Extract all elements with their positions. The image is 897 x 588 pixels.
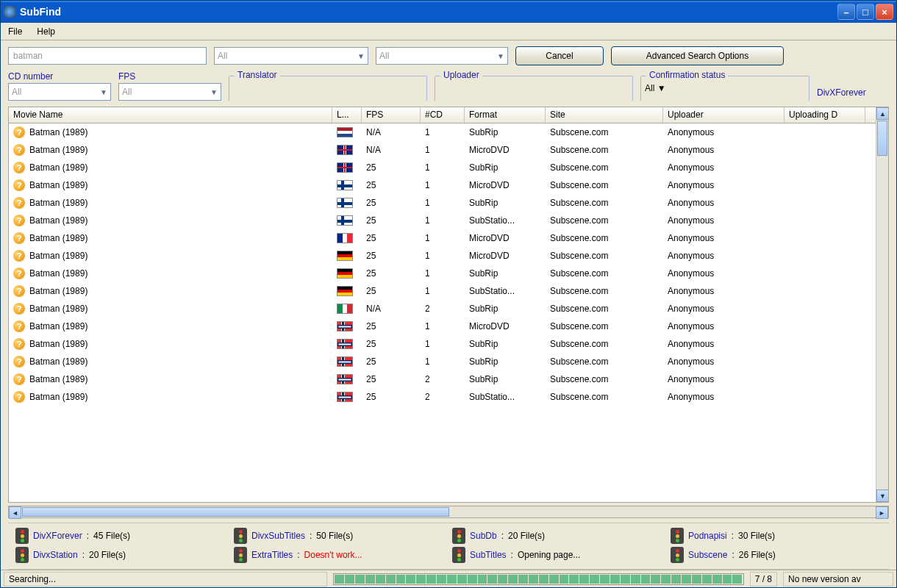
cell-format: SubRip xyxy=(465,337,546,351)
table-body[interactable]: ?Batman (1989)N/A1SubRipSubscene.comAnon… xyxy=(9,123,876,502)
col-fps[interactable]: FPS xyxy=(362,107,421,123)
flag-icon xyxy=(337,180,353,190)
cell-uploader: Anonymous xyxy=(663,390,785,404)
cell-uploading-date xyxy=(785,272,865,275)
cell-cd: 2 xyxy=(421,390,465,404)
table-row[interactable]: ?Batman (1989)N/A2SubRipSubscene.comAnon… xyxy=(9,300,876,318)
table-row[interactable]: ?Batman (1989)251MicroDVDSubscene.comAno… xyxy=(9,176,876,194)
col-language[interactable]: L... xyxy=(332,107,362,123)
cell-uploader: Anonymous xyxy=(663,232,785,245)
cell-format: SubRip xyxy=(465,373,546,386)
site-name[interactable]: ExtraTitles xyxy=(251,550,293,560)
maximize-button[interactable]: □ xyxy=(857,4,874,20)
vertical-scrollbar[interactable]: ▲ ▼ xyxy=(876,107,888,502)
titlebar[interactable]: SubFind – □ × xyxy=(1,1,896,23)
scroll-left-icon[interactable]: ◄ xyxy=(9,506,21,519)
cell-cd: 1 xyxy=(421,320,465,333)
cell-uploading-date xyxy=(785,148,865,151)
col-site[interactable]: Site xyxy=(546,107,663,123)
scroll-track-h[interactable] xyxy=(450,506,876,517)
question-icon: ? xyxy=(13,356,25,368)
cd-number-value: All xyxy=(12,87,21,97)
scroll-up-icon[interactable]: ▲ xyxy=(876,107,888,120)
cell-cd: 1 xyxy=(421,179,465,192)
scroll-thumb[interactable] xyxy=(877,121,887,156)
cell-site: Subscene.com xyxy=(546,320,663,333)
cell-site: Subscene.com xyxy=(546,161,663,174)
flag-icon xyxy=(337,127,353,137)
col-uploader[interactable]: Uploader xyxy=(663,107,785,123)
table-row[interactable]: ?Batman (1989)251SubRipSubscene.comAnony… xyxy=(9,265,876,282)
minimize-button[interactable]: – xyxy=(837,4,855,20)
site-name[interactable]: DivxStation xyxy=(33,550,78,560)
progress-bar xyxy=(333,573,743,585)
combo-language[interactable]: All ▼ xyxy=(214,47,368,65)
fps-combo[interactable]: All ▼ xyxy=(118,83,221,101)
cell-fps: 25 xyxy=(362,196,421,209)
cell-format: SubRip xyxy=(465,161,546,174)
cd-number-combo[interactable]: All ▼ xyxy=(8,83,111,101)
site-name[interactable]: SubTitles xyxy=(470,550,507,560)
col-uploading-date[interactable]: Uploading D xyxy=(785,107,865,123)
table-row[interactable]: ?Batman (1989)251SubRipSubscene.comAnony… xyxy=(9,335,876,353)
table-row[interactable]: ?Batman (1989)251SubRipSubscene.comAnony… xyxy=(9,353,876,370)
question-icon: ? xyxy=(13,303,25,315)
close-button[interactable]: × xyxy=(876,4,893,20)
cell-format: SubStatio... xyxy=(465,284,546,298)
menu-file[interactable]: File xyxy=(5,25,25,38)
cell-movie-name: Batman (1989) xyxy=(29,145,87,155)
table-row[interactable]: ?Batman (1989)251SubStatio...Subscene.co… xyxy=(9,282,876,300)
table-row[interactable]: ?Batman (1989)252SubStatio...Subscene.co… xyxy=(9,388,876,406)
table-row[interactable]: ?Batman (1989)251SubStatio...Subscene.co… xyxy=(9,212,876,229)
scroll-down-icon[interactable]: ▼ xyxy=(876,490,888,502)
menu-help[interactable]: Help xyxy=(34,25,58,38)
cell-cd: 1 xyxy=(421,337,465,351)
horizontal-scrollbar[interactable]: ◄ ► xyxy=(8,506,889,518)
site-name[interactable]: Subscene xyxy=(688,550,727,560)
cancel-button[interactable]: Cancel xyxy=(515,46,604,65)
col-movie-name[interactable]: Movie Name xyxy=(9,107,332,123)
question-icon: ? xyxy=(13,285,25,297)
translator-input[interactable] xyxy=(233,83,423,101)
traffic-light-icon xyxy=(671,528,684,544)
site-status-item: Podnapisi : 30 File(s) xyxy=(671,528,882,544)
site-count: Doesn't work... xyxy=(304,550,362,560)
site-name[interactable]: SubDb xyxy=(470,531,497,541)
cell-fps: 25 xyxy=(362,320,421,333)
scroll-thumb-h[interactable] xyxy=(22,507,449,517)
flag-icon xyxy=(337,268,353,279)
flag-icon xyxy=(337,198,353,208)
site-name[interactable]: DivXForever xyxy=(33,531,82,541)
site-status-item: DivXForever : 45 File(s) xyxy=(15,528,226,544)
flag-icon xyxy=(337,286,353,296)
table-row[interactable]: ?Batman (1989)251SubRipSubscene.comAnony… xyxy=(9,159,876,176)
combo-filter[interactable]: All ▼ xyxy=(376,47,508,65)
site-count: 20 File(s) xyxy=(89,550,126,560)
question-icon: ? xyxy=(13,162,25,173)
table-row[interactable]: ?Batman (1989)251SubRipSubscene.comAnony… xyxy=(9,194,876,212)
uploader-input[interactable] xyxy=(439,83,629,101)
table-row[interactable]: ?Batman (1989)251MicroDVDSubscene.comAno… xyxy=(9,318,876,335)
scroll-right-icon[interactable]: ► xyxy=(876,506,888,519)
cell-uploading-date xyxy=(785,290,865,293)
cell-fps: 25 xyxy=(362,390,421,404)
advanced-search-button[interactable]: Advanced Search Options xyxy=(611,46,784,65)
table-row[interactable]: ?Batman (1989)N/A1SubRipSubscene.comAnon… xyxy=(9,123,876,141)
scroll-track[interactable] xyxy=(876,157,888,490)
col-format[interactable]: Format xyxy=(465,107,546,123)
table-row[interactable]: ?Batman (1989)251MicroDVDSubscene.comAno… xyxy=(9,229,876,247)
cell-uploading-date xyxy=(785,325,865,328)
search-input[interactable] xyxy=(8,47,207,65)
cell-movie-name: Batman (1989) xyxy=(29,198,87,208)
app-window: SubFind – □ × File Help All ▼ All ▼ Canc… xyxy=(0,0,897,588)
table-row[interactable]: ?Batman (1989)252SubRipSubscene.comAnony… xyxy=(9,370,876,388)
site-name[interactable]: DivxSubTitles xyxy=(251,531,305,541)
confirmation-combo[interactable]: All ▼ xyxy=(645,83,805,101)
site-name[interactable]: Podnapisi xyxy=(688,531,727,541)
col-cd[interactable]: #CD xyxy=(421,107,465,123)
cell-fps: 25 xyxy=(362,373,421,386)
uploader-label: Uploader xyxy=(440,70,482,80)
table-row[interactable]: ?Batman (1989)251MicroDVDSubscene.comAno… xyxy=(9,247,876,265)
site-tab-divxforever[interactable]: DivXForever xyxy=(817,87,866,101)
table-row[interactable]: ?Batman (1989)N/A1MicroDVDSubscene.comAn… xyxy=(9,141,876,159)
